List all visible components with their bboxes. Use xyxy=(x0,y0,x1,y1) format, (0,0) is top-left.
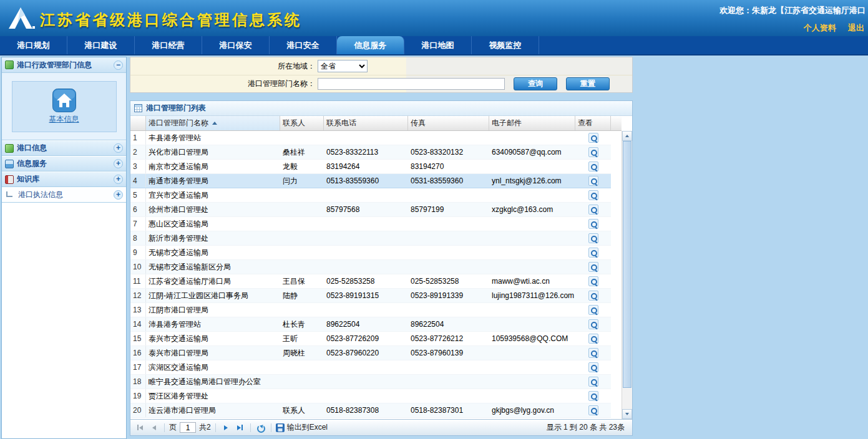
table-row[interactable]: 13江阴市港口管理局 xyxy=(130,303,611,317)
view-details-button[interactable] xyxy=(588,319,598,329)
cell-num: 15 xyxy=(130,332,146,345)
view-details-button[interactable] xyxy=(588,405,598,415)
expand-button[interactable]: + xyxy=(114,143,123,153)
cell-contact: 杜长青 xyxy=(280,317,324,331)
logout-link[interactable]: 退出 xyxy=(848,23,864,32)
cell-view xyxy=(575,188,611,202)
table-row[interactable]: 6徐州市港口管理处8579756885797199xzgkglc@163.com xyxy=(130,203,611,217)
table-row[interactable]: 16泰兴市港口管理局周晓柱0523-879602200523-87960139 xyxy=(130,346,611,360)
table-row[interactable]: 3南京市交通运输局龙毅8319426483194270 xyxy=(130,160,611,174)
basic-info-label[interactable]: 基本信息 xyxy=(49,114,79,125)
view-details-button[interactable] xyxy=(588,233,598,243)
expand-button[interactable]: + xyxy=(114,159,123,168)
expand-button[interactable]: + xyxy=(114,190,123,200)
sidebar-section[interactable]: 知识库+ xyxy=(2,171,126,187)
export-excel-button[interactable]: 输出到Excel xyxy=(276,422,328,433)
cell-fax: 0523-87726212 xyxy=(408,332,489,345)
table-row[interactable]: 5宜兴市交通运输局 xyxy=(130,188,611,203)
cell-num: 18 xyxy=(130,375,146,388)
table-row[interactable]: 14沛县港务管理站杜长青8962250489622504 xyxy=(130,317,611,332)
view-details-button[interactable] xyxy=(588,348,598,358)
view-details-button[interactable] xyxy=(588,305,598,315)
cell-name: 江阴-靖江工业园区港口事务局 xyxy=(146,289,280,302)
nav-tab[interactable]: 信息服务 xyxy=(337,36,404,54)
cell-email: maww@wti.ac.cn xyxy=(489,274,575,288)
nav-tab[interactable]: 港口建设 xyxy=(67,36,135,54)
basic-info-tile[interactable]: 基本信息 xyxy=(12,81,117,132)
table-row[interactable]: 11江苏省交通运输厅港口局王昌保025-52853258025-52853258… xyxy=(130,274,611,289)
view-details-button[interactable] xyxy=(588,190,598,200)
view-details-button[interactable] xyxy=(588,362,598,372)
table-row[interactable]: 15泰兴市交通运输局王昕0523-877262090523-8772621210… xyxy=(130,332,611,346)
table-row[interactable]: 20连云港市港口管理局联系人0518-823873080518-82387301… xyxy=(130,403,611,418)
dept-name-input[interactable] xyxy=(318,78,505,90)
view-details-button[interactable] xyxy=(588,162,598,171)
view-details-button[interactable] xyxy=(588,291,598,301)
column-header[interactable]: 联系电话 xyxy=(324,116,408,130)
cell-phone xyxy=(324,375,408,388)
cell-email xyxy=(489,217,575,231)
column-header[interactable]: 电子邮件 xyxy=(489,116,575,130)
cell-fax xyxy=(408,375,489,388)
view-details-button[interactable] xyxy=(588,276,598,286)
view-details-button[interactable] xyxy=(588,391,598,401)
scroll-down-button[interactable] xyxy=(622,409,632,419)
table-row[interactable]: 10无锡市交通运输新区分局 xyxy=(130,260,611,274)
table-row[interactable]: 9无锡市交通运输局 xyxy=(130,246,611,260)
view-details-button[interactable] xyxy=(588,377,598,387)
nav-tab[interactable]: 视频监控 xyxy=(472,36,539,54)
sidebar-section[interactable]: 港口信息+ xyxy=(2,140,126,156)
column-header[interactable]: 港口管理部门名称 xyxy=(146,116,280,130)
view-details-button[interactable] xyxy=(588,219,598,229)
table-row[interactable]: 7惠山区交通运输局 xyxy=(130,217,611,231)
table-row[interactable]: 8新沂市港务管理处 xyxy=(130,231,611,246)
sidebar-panel-header[interactable]: 港口行政管理部门信息 − xyxy=(2,57,126,73)
sidebar-section-label: 知识库 xyxy=(17,174,114,185)
nav-tab[interactable]: 港口经营 xyxy=(135,36,202,54)
view-details-button[interactable] xyxy=(588,334,598,344)
cell-name: 宜兴市交通运输局 xyxy=(146,188,280,202)
cell-email xyxy=(489,375,575,388)
table-row[interactable]: 19贾汪区港务管理处 xyxy=(130,389,611,403)
collapse-button[interactable]: − xyxy=(114,60,123,70)
profile-link[interactable]: 个人资料 xyxy=(804,23,836,32)
view-details-button[interactable] xyxy=(588,176,598,186)
reset-button[interactable]: 重置 xyxy=(566,77,610,90)
scrollbar-thumb[interactable] xyxy=(623,141,631,388)
region-select[interactable]: 全省 xyxy=(318,60,368,72)
vertical-scrollbar[interactable] xyxy=(622,131,632,419)
sidebar-section[interactable]: 港口执法信息+ xyxy=(2,187,126,203)
nav-tab[interactable]: 港口保安 xyxy=(202,36,270,54)
table-row[interactable]: 4南通市港务管理局闫力0513-835593600531-83559360ynl… xyxy=(130,174,611,188)
first-page-button[interactable] xyxy=(134,422,145,433)
view-details-button[interactable] xyxy=(588,205,598,215)
nav-tab[interactable]: 港口安全 xyxy=(270,36,337,54)
next-page-button[interactable] xyxy=(220,422,232,433)
cell-name: 江苏省交通运输厅港口局 xyxy=(146,274,280,288)
cell-email xyxy=(489,160,575,173)
cell-name: 兴化市港口管理局 xyxy=(146,145,280,159)
table-row[interactable]: 12江阴-靖江工业园区港口事务局陆静0523-891913150523-8919… xyxy=(130,289,611,303)
sidebar-section[interactable]: 信息服务+ xyxy=(2,156,126,171)
column-header[interactable]: 查看 xyxy=(575,116,611,130)
view-details-button[interactable] xyxy=(588,133,598,143)
table-row[interactable]: 1丰县港务管理站 xyxy=(130,131,611,145)
column-header[interactable]: 传真 xyxy=(408,116,489,130)
view-details-button[interactable] xyxy=(588,262,598,272)
nav-tab[interactable]: 港口规划 xyxy=(0,36,67,54)
cell-phone: 0523-89191315 xyxy=(324,289,408,302)
nav-tab[interactable]: 港口地图 xyxy=(404,36,472,54)
prev-page-button[interactable] xyxy=(149,422,160,433)
refresh-button[interactable] xyxy=(255,422,266,433)
expand-button[interactable]: + xyxy=(114,175,123,184)
view-details-button[interactable] xyxy=(588,248,598,258)
query-button[interactable]: 查询 xyxy=(514,77,557,90)
view-details-button[interactable] xyxy=(588,147,598,157)
table-row[interactable]: 17滨湖区交通运输局 xyxy=(130,360,611,375)
last-page-button[interactable] xyxy=(235,422,246,433)
table-row[interactable]: 18睢宁县交通运输局港口管理办公室 xyxy=(130,375,611,389)
table-row[interactable]: 2兴化市港口管理局桑桂祥0523-833221130523-8332013263… xyxy=(130,145,611,160)
page-number-input[interactable] xyxy=(180,422,196,433)
scroll-up-button[interactable] xyxy=(622,131,632,141)
column-header[interactable]: 联系人 xyxy=(280,116,324,130)
